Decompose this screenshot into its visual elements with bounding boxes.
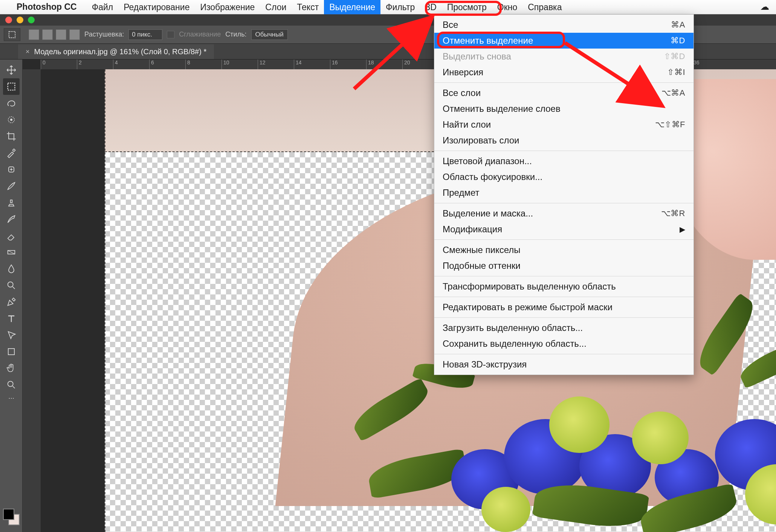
window-close-button[interactable] (5, 17, 12, 23)
menu-item-label: Инверсия (443, 67, 483, 78)
menu-item-label: Все (443, 20, 458, 30)
menu-item-label: Сохранить выделенную область... (443, 338, 587, 349)
menu-separator (434, 297, 694, 297)
menu-item[interactable]: Предмет (434, 185, 694, 201)
app-name[interactable]: Photoshop CC (17, 2, 77, 12)
menu-item-label: Подобные оттенки (443, 261, 521, 271)
menu-item[interactable]: Модификация▶ (434, 221, 694, 237)
eraser-tool[interactable] (3, 227, 20, 244)
menu-edit[interactable]: Редактирование (118, 0, 195, 14)
history-brush-tool[interactable] (3, 211, 20, 227)
feather-input[interactable] (128, 29, 162, 40)
blur-tool[interactable] (3, 261, 20, 277)
menu-layers[interactable]: Слои (260, 0, 292, 14)
selection-mode-group (29, 29, 80, 40)
ruler-tick: 14 (294, 59, 302, 69)
close-tab-icon[interactable]: × (26, 48, 30, 56)
annotation-box-menu (425, 1, 502, 16)
selection-new-icon[interactable] (29, 29, 39, 40)
menu-item-shortcut: ⌥⇧⌘F (655, 120, 685, 130)
dodge-tool[interactable] (3, 277, 20, 294)
style-select[interactable]: Обычный (251, 29, 288, 40)
eyedropper-tool[interactable] (3, 145, 20, 161)
svg-rect-1 (8, 83, 15, 90)
selection-intersect-icon[interactable] (69, 29, 80, 40)
menu-filter[interactable]: Фильтр (380, 0, 420, 14)
menu-text[interactable]: Текст (292, 0, 324, 14)
foreground-color-well[interactable] (3, 509, 14, 520)
antialias-checkbox[interactable] (167, 31, 174, 38)
pen-tool[interactable] (3, 294, 20, 310)
shape-tool[interactable] (3, 343, 20, 360)
menu-item-label: Модификация (443, 224, 502, 235)
selection-add-icon[interactable] (42, 29, 53, 40)
menu-item-shortcut: ⇧⌘D (664, 52, 685, 61)
brush-tool[interactable] (3, 178, 20, 194)
menu-item[interactable]: Редактировать в режиме быстрой маски (434, 299, 694, 315)
path-select-tool[interactable] (3, 327, 20, 343)
tools-panel: ⋯ (0, 59, 23, 532)
clone-stamp-tool[interactable] (3, 194, 20, 211)
submenu-arrow-icon: ▶ (680, 225, 685, 234)
menu-item-shortcut: ⌥⌘R (661, 209, 685, 218)
ruler-tick: 10 (221, 59, 229, 69)
menu-item-label: Цветовой диапазон... (443, 156, 532, 166)
menu-item[interactable]: Цветовой диапазон... (434, 153, 694, 169)
selection-subtract-icon[interactable] (56, 29, 66, 40)
color-wells[interactable] (3, 509, 20, 525)
svg-point-6 (8, 282, 13, 287)
window-zoom-button[interactable] (28, 17, 35, 23)
vertical-ruler[interactable] (23, 69, 41, 532)
quick-select-tool[interactable] (3, 111, 20, 128)
menu-item[interactable]: Все слои⌥⌘A (434, 85, 694, 101)
menu-item-label: Загрузить выделенную область... (443, 323, 583, 333)
menu-item-shortcut: ⌘A (671, 20, 685, 30)
more-tools-icon[interactable]: ⋯ (3, 393, 20, 403)
menu-item[interactable]: Инверсия⇧⌘I (434, 64, 694, 80)
menu-item[interactable]: Смежные пикселы (434, 242, 694, 258)
document-tab[interactable]: × Модель оригинал.jpg @ 161% (Слой 0, RG… (18, 44, 214, 59)
crop-tool[interactable] (3, 128, 20, 145)
menu-item[interactable]: Отменить выделение слоев (434, 101, 694, 117)
menu-item[interactable]: Сохранить выделенную область... (434, 336, 694, 352)
svg-rect-7 (8, 349, 14, 355)
document-tab-title: Модель оригинал.jpg @ 161% (Слой 0, RGB/… (34, 47, 207, 56)
menu-help[interactable]: Справка (522, 0, 567, 14)
menu-item[interactable]: Трансформировать выделенную область (434, 279, 694, 294)
menu-item-label: Смежные пикселы (443, 245, 520, 255)
menu-image[interactable]: Изображение (195, 0, 260, 14)
menu-select[interactable]: Выделение (324, 0, 380, 14)
menu-item-shortcut: ⇧⌘I (667, 67, 685, 77)
ruler-tick: 6 (149, 59, 154, 69)
type-tool[interactable] (3, 310, 20, 327)
menu-separator (434, 239, 694, 240)
healing-tool[interactable] (3, 161, 20, 178)
menu-item: Выделить снова⇧⌘D (434, 49, 694, 64)
lasso-tool[interactable] (3, 95, 20, 111)
marquee-icon (8, 30, 16, 39)
menu-item[interactable]: Подобные оттенки (434, 258, 694, 274)
menu-item[interactable]: Область фокусировки... (434, 169, 694, 185)
window-minimize-button[interactable] (17, 17, 23, 23)
menu-item[interactable]: Выделение и маска...⌥⌘R (434, 206, 694, 221)
antialias-label: Сглаживание (179, 30, 221, 38)
cloud-sync-icon[interactable]: ☁︎ (760, 2, 769, 12)
gradient-tool[interactable] (3, 244, 20, 261)
menu-item[interactable]: Загрузить выделенную область... (434, 320, 694, 336)
menu-item[interactable]: Найти слои⌥⇧⌘F (434, 117, 694, 133)
select-menu-dropdown: Все⌘AОтменить выделение⌘DВыделить снова⇧… (434, 14, 694, 375)
ruler-tick: 16 (330, 59, 338, 69)
menu-item-label: Область фокусировки... (443, 172, 542, 182)
menu-item[interactable]: Все⌘A (434, 17, 694, 33)
menu-item[interactable]: Изолировать слои (434, 133, 694, 148)
menu-file[interactable]: Файл (87, 0, 119, 14)
ruler-tick: 4 (113, 59, 118, 69)
zoom-tool[interactable] (3, 377, 20, 393)
menu-item-label: Отменить выделение слоев (443, 104, 561, 114)
move-tool[interactable] (3, 62, 20, 78)
menu-item[interactable]: Новая 3D-экструзия (434, 357, 694, 372)
tool-preset-picker[interactable] (4, 28, 20, 41)
menu-separator (434, 354, 694, 354)
marquee-tool[interactable] (3, 78, 20, 95)
hand-tool[interactable] (3, 360, 20, 377)
